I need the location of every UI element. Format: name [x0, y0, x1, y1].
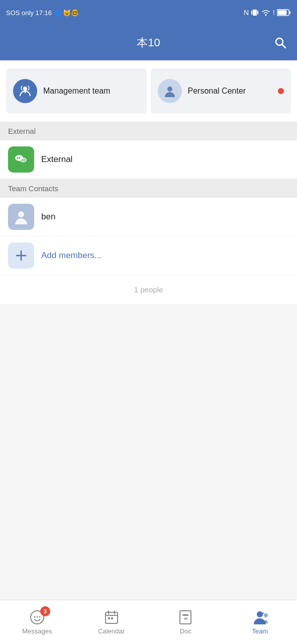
wifi-icon: [261, 9, 271, 16]
management-team-label: Management team: [43, 86, 110, 97]
svg-rect-1: [251, 11, 252, 15]
external-item[interactable]: External: [0, 140, 297, 179]
external-label: External: [41, 154, 72, 165]
bottom-nav: 3 Messages Calendar W Doc: [0, 600, 297, 644]
svg-point-16: [20, 157, 27, 163]
ben-label: ben: [41, 212, 55, 222]
svg-point-19: [18, 211, 24, 217]
external-icon: [8, 146, 34, 173]
messages-badge: 3: [40, 606, 50, 616]
team-icon-wrap: [251, 609, 269, 625]
svg-rect-30: [108, 617, 110, 619]
svg-point-12: [167, 87, 172, 92]
people-count: 1 people: [0, 275, 297, 304]
doc-label: Doc: [180, 627, 191, 635]
svg-point-17: [22, 159, 23, 160]
red-dot: [278, 88, 284, 94]
status-bar: SOS only 17:16 🌀😺🤓 N !: [0, 0, 297, 25]
header: 本10: [0, 25, 297, 60]
messages-icon-wrap: 3: [29, 609, 45, 625]
svg-point-3: [265, 15, 267, 16]
nav-messages[interactable]: 3 Messages: [0, 609, 74, 635]
svg-rect-5: [278, 11, 287, 15]
personal-icon: [158, 79, 182, 103]
search-button[interactable]: [274, 36, 287, 49]
sos-text: SOS only 17:16: [6, 9, 52, 17]
nfc-icon: N: [244, 9, 249, 17]
svg-point-36: [264, 613, 268, 617]
svg-rect-0: [253, 10, 257, 16]
personal-center-label: Personal Center: [188, 86, 246, 97]
calendar-label: Calendar: [98, 627, 125, 635]
svg-rect-31: [111, 617, 113, 619]
external-section-header: External: [0, 122, 297, 140]
svg-point-18: [24, 159, 25, 160]
svg-point-35: [257, 611, 263, 617]
nav-doc[interactable]: W Doc: [149, 609, 223, 635]
svg-point-14: [17, 157, 19, 159]
user-avatar-icon: [8, 204, 34, 230]
team-contacts-section-header: Team Contacts: [0, 179, 297, 198]
svg-text:W: W: [184, 616, 188, 621]
management-icon: [13, 79, 37, 103]
calendar-icon: [104, 609, 120, 625]
nav-team[interactable]: Team: [223, 609, 297, 635]
personal-notification: [278, 88, 284, 94]
svg-line-8: [282, 45, 286, 48]
add-icon: [8, 243, 34, 269]
calendar-icon-wrap: [104, 609, 120, 625]
management-team-card[interactable]: Management team: [6, 68, 147, 114]
status-right: N !: [244, 8, 291, 17]
team-label: Team: [252, 627, 268, 635]
team-icon: [251, 609, 269, 625]
doc-icon-wrap: W: [177, 609, 193, 625]
svg-rect-6: [289, 11, 290, 14]
ben-contact-item[interactable]: ben: [0, 198, 297, 236]
status-left: SOS only 17:16 🌀😺🤓: [6, 9, 79, 17]
svg-point-23: [34, 616, 35, 618]
nav-calendar[interactable]: Calendar: [74, 609, 149, 635]
svg-point-25: [39, 616, 40, 618]
svg-point-24: [36, 616, 38, 618]
vibrate-icon: [251, 8, 259, 17]
add-members-item[interactable]: Add members...: [0, 236, 297, 275]
doc-icon: W: [177, 609, 193, 625]
svg-point-15: [19, 157, 21, 159]
add-members-label: Add members...: [41, 251, 102, 261]
svg-rect-2: [257, 11, 258, 15]
top-cards: Management team Personal Center: [0, 60, 297, 122]
messages-label: Messages: [22, 627, 52, 635]
svg-rect-33: [182, 614, 188, 616]
personal-center-card[interactable]: Personal Center: [151, 68, 291, 114]
signal-icon: !: [273, 9, 275, 17]
status-emojis: 🌀😺🤓: [55, 9, 79, 17]
battery-icon: [277, 9, 291, 16]
header-title: 本10: [137, 35, 160, 50]
